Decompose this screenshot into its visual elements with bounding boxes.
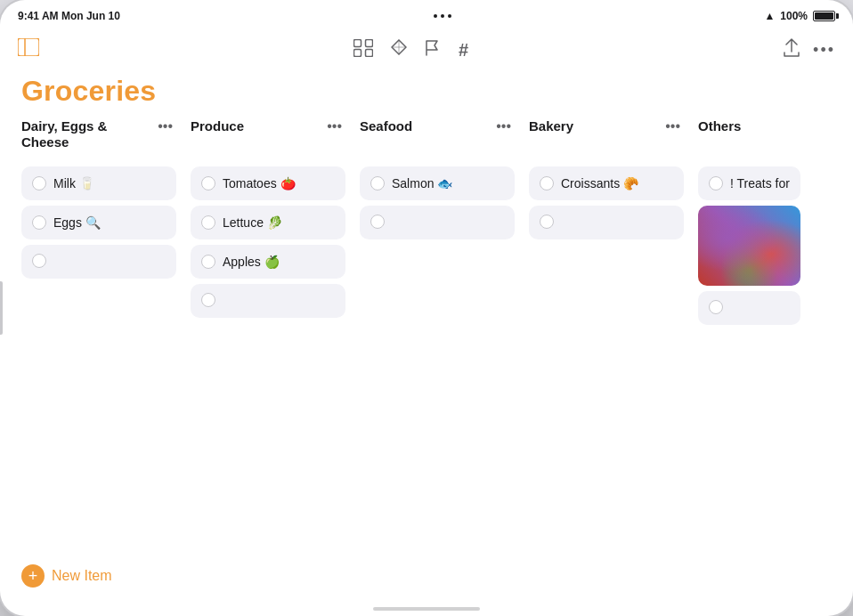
ipad-frame: 9:41 AM Mon Jun 10 ▲ 100% bbox=[0, 0, 853, 616]
item-radio[interactable] bbox=[540, 176, 554, 190]
item-label: ! Treats for bbox=[730, 176, 790, 190]
column-seafood: Seafood ••• Salmon 🐟 bbox=[353, 118, 522, 330]
column-header-bakery: Bakery ••• bbox=[529, 118, 684, 158]
column-bakery: Bakery ••• Croissants 🥐 bbox=[522, 118, 691, 330]
list-item[interactable]: Salmon 🐟 bbox=[360, 166, 515, 200]
column-more-seafood[interactable]: ••• bbox=[492, 118, 515, 136]
column-more-produce[interactable]: ••• bbox=[323, 118, 345, 136]
battery-icon bbox=[813, 11, 835, 21]
item-label: Tomatoes 🍅 bbox=[223, 176, 335, 190]
grid-icon[interactable] bbox=[353, 39, 373, 61]
column-header-seafood: Seafood ••• bbox=[360, 118, 515, 158]
list-item[interactable]: ! Treats for bbox=[698, 166, 800, 200]
tag-icon[interactable]: # bbox=[459, 40, 468, 61]
item-radio[interactable] bbox=[370, 176, 385, 190]
column-title-bakery: Bakery bbox=[529, 118, 662, 134]
new-item-plus-icon: + bbox=[21, 564, 45, 588]
list-item[interactable]: Apples 🍏 bbox=[191, 245, 345, 279]
list-item-empty[interactable] bbox=[21, 245, 176, 279]
item-label: Croissants 🥐 bbox=[561, 176, 673, 190]
svg-rect-3 bbox=[365, 39, 372, 46]
sidebar-edge bbox=[0, 281, 3, 335]
list-item-empty[interactable] bbox=[698, 291, 800, 325]
column-title-others: Others bbox=[698, 118, 800, 134]
status-time: 9:41 AM Mon Jun 10 bbox=[18, 10, 120, 22]
dot-1 bbox=[434, 14, 437, 18]
battery-percent: 100% bbox=[780, 10, 808, 22]
status-bar: 9:41 AM Mon Jun 10 ▲ 100% bbox=[0, 0, 853, 28]
toolbar: # ••• bbox=[0, 28, 853, 71]
item-radio[interactable] bbox=[32, 176, 46, 190]
item-radio[interactable] bbox=[370, 215, 385, 229]
item-label: Apples 🍏 bbox=[223, 255, 335, 269]
column-more-bakery[interactable]: ••• bbox=[662, 118, 684, 136]
item-label: Lettuce 🥬 bbox=[223, 215, 335, 230]
svg-rect-0 bbox=[18, 38, 39, 56]
column-dairy: Dairy, Eggs &Cheese ••• Milk 🥛 Eggs 🔍 bbox=[14, 118, 183, 330]
status-right: ▲ 100% bbox=[764, 10, 835, 22]
location-icon[interactable] bbox=[391, 39, 407, 61]
footer: + New Item bbox=[0, 554, 853, 598]
column-others: Others ! Treats for bbox=[691, 118, 808, 330]
item-radio[interactable] bbox=[201, 255, 215, 269]
toolbar-right: ••• bbox=[783, 38, 835, 62]
list-item[interactable]: Eggs 🔍 bbox=[21, 206, 176, 239]
wifi-icon: ▲ bbox=[764, 10, 775, 22]
home-indicator bbox=[373, 607, 480, 611]
new-item-button[interactable]: + New Item bbox=[21, 564, 112, 588]
item-radio[interactable] bbox=[201, 176, 215, 190]
list-item[interactable]: Milk 🥛 bbox=[21, 166, 176, 200]
item-label: Salmon 🐟 bbox=[392, 176, 504, 190]
more-icon[interactable]: ••• bbox=[813, 41, 835, 60]
new-item-label: New Item bbox=[52, 568, 112, 584]
item-radio[interactable] bbox=[540, 215, 554, 229]
svg-rect-4 bbox=[353, 49, 361, 56]
column-title-dairy: Dairy, Eggs &Cheese bbox=[21, 118, 154, 150]
battery-fill bbox=[815, 12, 833, 20]
share-icon[interactable] bbox=[783, 38, 800, 62]
dot-2 bbox=[441, 14, 444, 18]
svg-rect-2 bbox=[353, 39, 361, 46]
column-title-produce: Produce bbox=[191, 118, 323, 134]
columns-container: Dairy, Eggs &Cheese ••• Milk 🥛 Eggs 🔍 Pr… bbox=[0, 118, 853, 330]
status-dots bbox=[434, 14, 451, 18]
others-image-inner bbox=[698, 206, 800, 286]
item-label: Milk 🥛 bbox=[53, 176, 166, 190]
list-item[interactable]: Croissants 🥐 bbox=[529, 166, 684, 200]
column-title-seafood: Seafood bbox=[360, 118, 492, 134]
list-item-empty[interactable] bbox=[360, 206, 515, 239]
list-item-empty[interactable] bbox=[529, 206, 684, 239]
item-radio[interactable] bbox=[32, 215, 46, 230]
sidebar-toggle-icon[interactable] bbox=[18, 38, 39, 61]
item-radio[interactable] bbox=[201, 293, 215, 307]
item-radio[interactable] bbox=[201, 215, 215, 230]
flag-icon[interactable] bbox=[425, 39, 441, 61]
column-header-dairy: Dairy, Eggs &Cheese ••• bbox=[21, 118, 176, 158]
toolbar-center: # bbox=[353, 39, 468, 61]
item-radio[interactable] bbox=[709, 176, 723, 190]
list-item-empty[interactable] bbox=[191, 284, 345, 318]
svg-rect-5 bbox=[365, 49, 372, 56]
list-item[interactable]: Tomatoes 🍅 bbox=[191, 166, 345, 200]
page-title: Groceries bbox=[21, 75, 832, 108]
toolbar-left bbox=[18, 38, 39, 61]
item-radio[interactable] bbox=[32, 254, 46, 268]
list-item[interactable]: Lettuce 🥬 bbox=[191, 206, 345, 239]
column-more-dairy[interactable]: ••• bbox=[154, 118, 176, 136]
column-header-produce: Produce ••• bbox=[191, 118, 345, 158]
column-header-others: Others bbox=[698, 118, 800, 158]
dot-3 bbox=[448, 14, 451, 18]
column-produce: Produce ••• Tomatoes 🍅 Lettuce 🥬 Apples … bbox=[183, 118, 353, 330]
item-label: Eggs 🔍 bbox=[53, 215, 166, 230]
page-header: Groceries bbox=[0, 71, 853, 118]
item-radio[interactable] bbox=[709, 300, 723, 314]
others-image bbox=[698, 206, 800, 286]
